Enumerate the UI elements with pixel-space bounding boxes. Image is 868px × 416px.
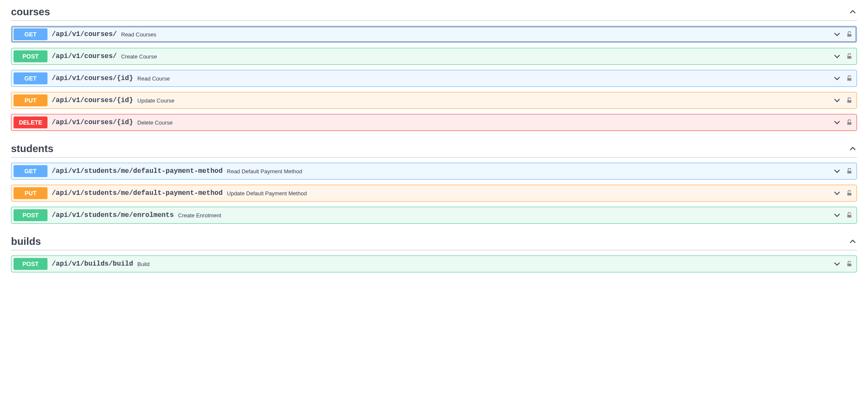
chevron-down-icon[interactable] bbox=[833, 260, 841, 268]
svg-rect-7 bbox=[847, 215, 851, 217]
section-title: courses bbox=[11, 6, 50, 18]
endpoint-controls bbox=[833, 74, 853, 83]
svg-rect-3 bbox=[847, 100, 851, 103]
endpoint-summary: Update Course bbox=[137, 97, 174, 104]
endpoint-row-post-api-v1-builds-build[interactable]: POST/api/v1/builds/buildBuild bbox=[11, 255, 857, 272]
method-badge-put: PUT bbox=[14, 187, 47, 199]
lock-open-icon[interactable] bbox=[846, 189, 853, 197]
endpoint-controls bbox=[833, 167, 853, 175]
endpoint-controls bbox=[833, 30, 853, 39]
endpoint-row-delete-api-v1-courses-id[interactable]: DELETE/api/v1/courses/{id}Delete Course bbox=[11, 114, 857, 131]
svg-rect-8 bbox=[847, 263, 851, 266]
chevron-down-icon[interactable] bbox=[833, 30, 841, 39]
endpoint-path: /api/v1/courses/{id} bbox=[52, 119, 133, 126]
svg-rect-0 bbox=[847, 34, 851, 36]
lock-open-icon[interactable] bbox=[846, 119, 853, 126]
endpoint-summary: Create Course bbox=[121, 53, 157, 60]
method-badge-post: POST bbox=[14, 209, 47, 221]
endpoint-controls bbox=[833, 189, 853, 197]
lock-open-icon[interactable] bbox=[846, 97, 853, 104]
endpoint-path: /api/v1/courses/{id} bbox=[52, 97, 133, 104]
section-header-builds[interactable]: builds bbox=[11, 236, 857, 250]
lock-open-icon[interactable] bbox=[846, 31, 853, 38]
endpoint-controls bbox=[833, 52, 853, 61]
chevron-down-icon[interactable] bbox=[833, 52, 841, 61]
chevron-up-icon[interactable] bbox=[849, 237, 857, 246]
chevron-down-icon[interactable] bbox=[833, 211, 841, 219]
svg-rect-4 bbox=[847, 122, 851, 125]
endpoint-row-put-api-v1-students-me-default-payment-method[interactable]: PUT/api/v1/students/me/default-payment-m… bbox=[11, 185, 857, 202]
method-badge-delete: DELETE bbox=[14, 116, 47, 128]
lock-open-icon[interactable] bbox=[846, 53, 853, 60]
endpoint-controls bbox=[833, 211, 853, 219]
chevron-down-icon[interactable] bbox=[833, 189, 841, 197]
method-badge-get: GET bbox=[14, 165, 47, 177]
endpoint-summary: Read Courses bbox=[121, 31, 156, 38]
endpoint-summary: Create Enrolment bbox=[178, 212, 221, 219]
svg-rect-6 bbox=[847, 193, 851, 195]
method-badge-post: POST bbox=[14, 50, 47, 62]
method-badge-get: GET bbox=[14, 28, 47, 40]
endpoint-summary: Read Default Payment Method bbox=[227, 168, 302, 175]
section-header-students[interactable]: students bbox=[11, 143, 857, 158]
endpoint-path: /api/v1/courses/ bbox=[52, 53, 117, 60]
endpoint-row-put-api-v1-courses-id[interactable]: PUT/api/v1/courses/{id}Update Course bbox=[11, 92, 857, 109]
endpoint-path: /api/v1/students/me/enrolments bbox=[52, 211, 174, 219]
lock-open-icon[interactable] bbox=[846, 167, 853, 175]
chevron-up-icon[interactable] bbox=[849, 144, 857, 153]
lock-open-icon[interactable] bbox=[846, 211, 853, 219]
endpoint-controls bbox=[833, 118, 853, 127]
endpoint-controls bbox=[833, 96, 853, 105]
endpoint-path: /api/v1/courses/{id} bbox=[52, 75, 133, 82]
section-header-courses[interactable]: courses bbox=[11, 6, 857, 21]
method-badge-get: GET bbox=[14, 72, 47, 84]
lock-open-icon[interactable] bbox=[846, 75, 853, 82]
section-title: students bbox=[11, 143, 53, 155]
endpoint-path: /api/v1/students/me/default-payment-meth… bbox=[52, 189, 223, 197]
endpoint-row-post-api-v1-students-me-enrolments[interactable]: POST/api/v1/students/me/enrolmentsCreate… bbox=[11, 207, 857, 224]
endpoint-summary: Build bbox=[137, 261, 150, 267]
chevron-up-icon[interactable] bbox=[849, 8, 857, 16]
endpoint-path: /api/v1/builds/build bbox=[52, 260, 133, 268]
endpoint-controls bbox=[833, 260, 853, 268]
endpoint-row-get-api-v1-students-me-default-payment-method[interactable]: GET/api/v1/students/me/default-payment-m… bbox=[11, 163, 857, 180]
endpoint-row-get-api-v1-courses[interactable]: GET/api/v1/courses/Read Courses bbox=[11, 26, 857, 43]
endpoint-summary: Read Course bbox=[137, 75, 170, 82]
endpoint-summary: Update Default Payment Method bbox=[227, 190, 307, 197]
endpoint-row-get-api-v1-courses-id[interactable]: GET/api/v1/courses/{id}Read Course bbox=[11, 70, 857, 87]
endpoint-row-post-api-v1-courses[interactable]: POST/api/v1/courses/Create Course bbox=[11, 48, 857, 65]
chevron-down-icon[interactable] bbox=[833, 118, 841, 127]
section-title: builds bbox=[11, 236, 41, 247]
endpoint-path: /api/v1/students/me/default-payment-meth… bbox=[52, 167, 223, 175]
method-badge-post: POST bbox=[14, 258, 47, 270]
chevron-down-icon[interactable] bbox=[833, 74, 841, 83]
chevron-down-icon[interactable] bbox=[833, 96, 841, 105]
svg-rect-5 bbox=[847, 171, 851, 173]
svg-rect-2 bbox=[847, 78, 851, 80]
svg-rect-1 bbox=[847, 56, 851, 58]
chevron-down-icon[interactable] bbox=[833, 167, 841, 175]
endpoint-path: /api/v1/courses/ bbox=[52, 31, 117, 38]
endpoint-summary: Delete Course bbox=[137, 119, 172, 126]
method-badge-put: PUT bbox=[14, 94, 47, 106]
lock-open-icon[interactable] bbox=[846, 260, 853, 268]
